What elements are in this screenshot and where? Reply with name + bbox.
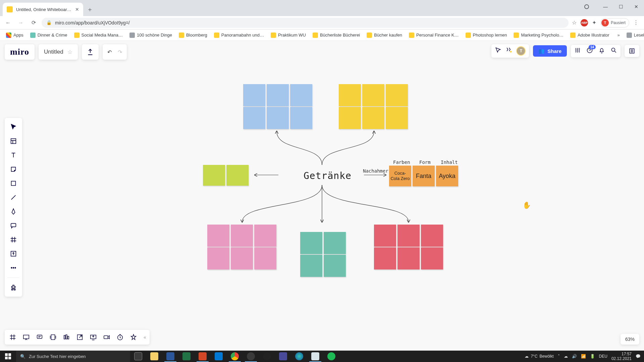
undo-button[interactable]: ↶	[107, 49, 112, 55]
sticky-note[interactable]	[243, 84, 265, 106]
video-icon[interactable]	[102, 333, 111, 342]
favorite-star-icon[interactable]: ☆	[67, 49, 72, 56]
sticky-note[interactable]	[300, 255, 322, 277]
notifications-bell-icon[interactable]	[598, 47, 605, 55]
file-explorer-icon[interactable]	[146, 351, 162, 362]
board-title[interactable]: Untitled	[44, 49, 63, 55]
bookmark-item[interactable]: 100 schöne Dinge	[127, 31, 175, 39]
search-icon[interactable]	[610, 47, 617, 55]
tray-chevron-icon[interactable]: ˄	[558, 354, 560, 359]
line-tool[interactable]	[7, 192, 20, 203]
vote-icon[interactable]	[62, 333, 71, 342]
sticky-note[interactable]	[339, 107, 361, 129]
sticky-note-ayoka[interactable]: Ayoka	[436, 166, 458, 186]
opera-icon[interactable]	[243, 351, 259, 362]
excel-icon[interactable]	[178, 351, 195, 362]
sticky-note[interactable]	[290, 84, 312, 106]
bookmark-item[interactable]: Dinner & Crime	[28, 31, 70, 39]
settings-icon[interactable]	[574, 47, 581, 55]
window-maximize-button[interactable]: ☐	[613, 0, 629, 13]
frame-tool[interactable]	[7, 234, 20, 245]
sticky-note[interactable]	[267, 107, 289, 129]
text-tool[interactable]	[7, 149, 20, 161]
app2-icon[interactable]	[275, 351, 291, 362]
sticky-note[interactable]	[267, 84, 289, 106]
nachahmer-label[interactable]: Nachahmer	[363, 168, 388, 174]
reading-list-button[interactable]: Leseliste	[624, 31, 644, 39]
sticky-note[interactable]	[226, 165, 249, 186]
sticky-note[interactable]	[339, 84, 361, 106]
language-indicator[interactable]: DEU	[599, 354, 607, 359]
sticky-note[interactable]	[300, 232, 322, 254]
bookmark-item[interactable]: Marketing Psycholo…	[511, 31, 566, 39]
sticky-note[interactable]	[362, 107, 384, 129]
taskbar-clock[interactable]: 17:57 02.12.2021	[611, 352, 632, 361]
upload-tool[interactable]	[7, 248, 20, 259]
collapse-toolbar-icon[interactable]: «	[142, 335, 146, 340]
sticky-note[interactable]	[231, 225, 253, 247]
sticky-note[interactable]	[386, 107, 408, 129]
sticky-note[interactable]	[207, 247, 229, 269]
window-close-button[interactable]: ✕	[629, 0, 644, 13]
sticky-note[interactable]	[324, 255, 346, 277]
url-field[interactable]: 🔒 miro.com/app/board/uXjVOdoI9yg=/	[42, 18, 569, 28]
help-icon[interactable]: 14	[586, 47, 593, 55]
new-tab-button[interactable]: ＋	[85, 5, 95, 14]
close-tab-icon[interactable]: ✕	[75, 7, 79, 12]
bookmark-item[interactable]: Praktikum WU	[268, 31, 309, 39]
header-inhalt[interactable]: Inhalt	[441, 160, 458, 165]
notepad-icon[interactable]	[307, 351, 323, 362]
sticky-note[interactable]	[421, 225, 443, 247]
chrome-profile-button[interactable]: T Pausiert	[600, 18, 629, 27]
user-avatar-icon[interactable]: T	[516, 46, 526, 56]
chrome-account-dot-icon[interactable]	[582, 0, 598, 13]
miro-logo[interactable]: miro	[5, 44, 35, 60]
timer-icon[interactable]	[115, 333, 125, 342]
sticky-note[interactable]	[362, 84, 384, 106]
weather-widget[interactable]: ☁ 7°C Bewölkt	[525, 354, 553, 359]
start-button[interactable]	[0, 351, 16, 362]
adblock-extension-icon[interactable]: ABP	[581, 19, 588, 26]
sticky-note[interactable]	[386, 84, 408, 106]
bookmark-item[interactable]: Social Media Mana…	[71, 31, 126, 39]
sticky-note[interactable]	[374, 225, 396, 247]
wifi-icon[interactable]: 📶	[581, 354, 586, 359]
shape-tool[interactable]	[7, 178, 20, 189]
center-topic-label[interactable]: Getränke	[304, 170, 352, 181]
chat-icon[interactable]	[35, 333, 44, 342]
board-title-box[interactable]: Untitled ☆	[39, 44, 78, 60]
bookmark-item[interactable]: Bücherliste Bücherei	[310, 31, 363, 39]
miro-stage[interactable]: Getränke Nachahmer Farben Form Inhalt Co…	[0, 41, 644, 351]
sticky-note[interactable]	[207, 225, 229, 247]
spotify-icon[interactable]	[323, 351, 339, 362]
sticky-note[interactable]	[324, 232, 346, 254]
bookmarks-overflow-icon[interactable]: »	[615, 33, 623, 38]
sticky-note[interactable]	[203, 165, 225, 186]
sticky-note[interactable]	[243, 107, 265, 129]
extensions-icon[interactable]: ✦	[592, 19, 596, 26]
sticky-note[interactable]	[290, 107, 312, 129]
task-view-icon[interactable]	[130, 351, 146, 362]
sticky-note[interactable]	[421, 247, 443, 269]
bookmark-item[interactable]: Bücher kaufen	[364, 31, 405, 39]
screen-share-icon[interactable]	[89, 333, 98, 342]
sticky-note[interactable]	[374, 247, 396, 269]
apps-plugin-tool[interactable]	[7, 282, 20, 293]
battery-icon[interactable]: 🔋	[590, 354, 595, 359]
header-farben[interactable]: Farben	[393, 160, 410, 165]
nav-back-button[interactable]: ←	[3, 18, 13, 27]
header-form[interactable]: Form	[419, 160, 431, 165]
cards-icon[interactable]	[48, 333, 58, 342]
miro-canvas[interactable]: Getränke Nachahmer Farben Form Inhalt Co…	[0, 41, 644, 351]
bookmark-item[interactable]: Panoramabahn und…	[211, 31, 267, 39]
comment-tool[interactable]	[7, 220, 20, 231]
window-minimize-button[interactable]: —	[598, 0, 613, 13]
bookmark-item[interactable]: Bloomberg	[176, 31, 210, 39]
bookmark-star-icon[interactable]: ☆	[572, 19, 577, 26]
sticky-note-fanta[interactable]: Fanta	[413, 166, 435, 186]
browser-tab[interactable]: Untitled, Online Whiteboard for ✕	[3, 3, 83, 16]
chrome-menu-icon[interactable]: ⋮	[633, 19, 639, 26]
reactions-icon[interactable]	[505, 47, 512, 55]
bookmark-item[interactable]: Adobe Illustrator	[568, 31, 612, 39]
sticky-note[interactable]	[254, 225, 276, 247]
